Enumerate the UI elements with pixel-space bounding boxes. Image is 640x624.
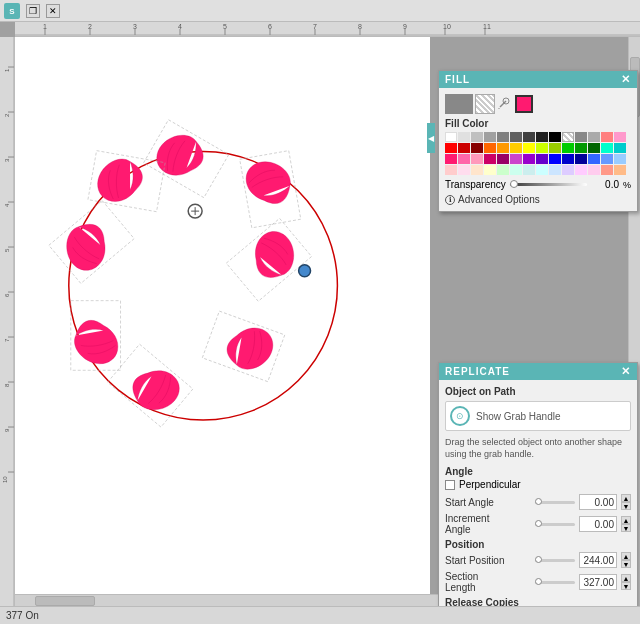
color-aqua[interactable] (510, 165, 522, 175)
color-medblue[interactable] (588, 154, 600, 164)
replicate-panel-close[interactable]: ✕ (621, 366, 631, 377)
color-purple[interactable] (523, 154, 535, 164)
fill-panel-close[interactable]: ✕ (621, 74, 631, 85)
fill-panel-expand-arrow[interactable]: ◀ (427, 123, 435, 153)
start-angle-input[interactable]: 0.00 (579, 494, 617, 510)
color-checker[interactable] (562, 132, 574, 142)
start-position-spinner[interactable]: ▲ ▼ (621, 552, 631, 568)
eyedropper-icon[interactable] (497, 96, 513, 112)
section-length-slider[interactable] (535, 581, 575, 584)
color-magenta[interactable] (484, 154, 496, 164)
color-darkorange[interactable] (497, 143, 509, 153)
svg-text:5: 5 (223, 23, 227, 30)
drawing-area[interactable] (15, 37, 430, 624)
color-red[interactable] (445, 143, 457, 153)
color-olive[interactable] (549, 143, 561, 153)
advanced-options-link[interactable]: ℹ Advanced Options (445, 194, 631, 205)
color-lightblue[interactable] (601, 154, 613, 164)
color-brightyellow[interactable] (523, 143, 535, 153)
start-position-input[interactable]: 244.00 (579, 552, 617, 568)
color-paleaqua[interactable] (523, 165, 535, 175)
color-paleblue[interactable] (614, 154, 626, 164)
feather-left (49, 201, 134, 284)
color-darkpurple[interactable] (536, 154, 548, 164)
color-palelavender[interactable] (562, 165, 574, 175)
start-angle-slider[interactable] (535, 501, 575, 504)
color-blush[interactable] (458, 165, 470, 175)
section-length-input[interactable]: 327.00 (579, 574, 617, 590)
color-peach[interactable] (471, 165, 483, 175)
increment-angle-input[interactable]: 0.00 (579, 516, 617, 532)
perpendicular-checkbox[interactable] (445, 480, 455, 490)
increment-angle-down[interactable]: ▼ (621, 524, 631, 532)
color-gray2[interactable] (497, 132, 509, 142)
color-mintgreen[interactable] (497, 165, 509, 175)
color-green[interactable] (562, 143, 574, 153)
app-icon: S (4, 3, 20, 19)
color-orange[interactable] (484, 143, 496, 153)
color-yellowgreen[interactable] (536, 143, 548, 153)
increment-angle-up[interactable]: ▲ (621, 516, 631, 524)
color-palecornflower[interactable] (549, 165, 561, 175)
grab-handle-icon: ⊙ (450, 406, 470, 426)
increment-angle-spinner[interactable]: ▲ ▼ (621, 516, 631, 532)
selected-color-swatch[interactable] (515, 95, 533, 113)
start-angle-up[interactable]: ▲ (621, 494, 631, 502)
color-violet[interactable] (510, 154, 522, 164)
color-pink[interactable] (458, 154, 470, 164)
color-deepgreen[interactable] (588, 143, 600, 153)
solid-fill-swatch[interactable] (445, 94, 473, 114)
color-palemauve[interactable] (575, 165, 587, 175)
color-gray1[interactable] (484, 132, 496, 142)
color-palerose[interactable] (588, 165, 600, 175)
color-deepblue[interactable] (575, 154, 587, 164)
increment-angle-label: IncrementAngle (445, 513, 531, 535)
start-position-down[interactable]: ▼ (621, 560, 631, 568)
color-custom2[interactable] (588, 132, 600, 142)
color-yellow[interactable] (510, 143, 522, 153)
color-black[interactable] (549, 132, 561, 142)
section-length-up[interactable]: ▲ (621, 574, 631, 582)
color-palecyan[interactable] (536, 165, 548, 175)
color-palepink[interactable] (445, 165, 457, 175)
feather-bottom-left (71, 301, 121, 371)
transparency-value: 0.0 (591, 179, 619, 190)
color-darkgreen[interactable] (575, 143, 587, 153)
color-lightsalmon[interactable] (601, 165, 613, 175)
start-angle-down[interactable]: ▼ (621, 502, 631, 510)
color-blue[interactable] (549, 154, 561, 164)
start-position-slider[interactable] (535, 559, 575, 562)
color-lightgray1[interactable] (458, 132, 470, 142)
pattern-fill-swatch[interactable] (475, 94, 495, 114)
start-position-up[interactable]: ▲ (621, 552, 631, 560)
restore-button[interactable]: ❐ (26, 4, 40, 18)
color-lightgray2[interactable] (471, 132, 483, 142)
color-hotpink[interactable] (445, 154, 457, 164)
color-white[interactable] (445, 132, 457, 142)
object-on-path-label: Object on Path (445, 386, 631, 397)
color-custom1[interactable] (575, 132, 587, 142)
close-button[interactable]: ✕ (46, 4, 60, 18)
increment-angle-slider[interactable] (535, 523, 575, 526)
feather-top (144, 120, 229, 198)
section-length-spinner[interactable]: ▲ ▼ (621, 574, 631, 590)
color-darkteal[interactable] (614, 143, 626, 153)
section-length-down[interactable]: ▼ (621, 582, 631, 590)
color-darkgray1[interactable] (510, 132, 522, 142)
color-deepred[interactable] (471, 143, 483, 153)
color-nearblack[interactable] (536, 132, 548, 142)
color-lightred[interactable] (601, 132, 613, 142)
color-lightpink[interactable] (614, 132, 626, 142)
start-angle-spinner[interactable]: ▲ ▼ (621, 494, 631, 510)
color-darkmagenta[interactable] (497, 154, 509, 164)
color-darkblue[interactable] (562, 154, 574, 164)
color-teal[interactable] (601, 143, 613, 153)
fill-panel-title: FILL (445, 74, 470, 85)
color-cream[interactable] (484, 165, 496, 175)
show-grab-handle-label[interactable]: Show Grab Handle (476, 411, 561, 422)
color-darkred[interactable] (458, 143, 470, 153)
color-lightorange[interactable] (614, 165, 626, 175)
transparency-slider[interactable] (510, 183, 587, 186)
color-darkgray2[interactable] (523, 132, 535, 142)
color-lightpink2[interactable] (471, 154, 483, 164)
